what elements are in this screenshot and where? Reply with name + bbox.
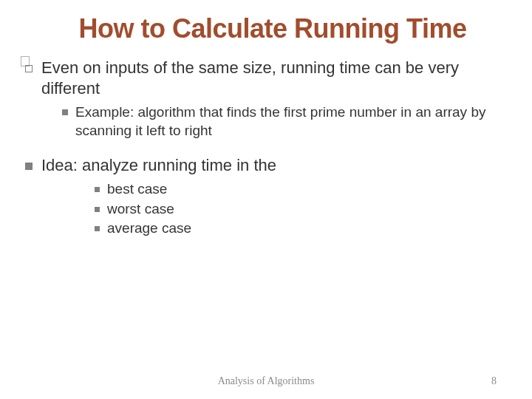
- square-bullet-icon: [25, 163, 33, 170]
- square-bullet-icon: [95, 226, 100, 231]
- page-number: 8: [491, 375, 497, 387]
- bullet-text: Idea: analyze running time in the: [41, 155, 276, 176]
- bullet-level3: average case: [95, 219, 514, 238]
- bullet-level3: best case: [95, 180, 514, 199]
- bullet-level1: Idea: analyze running time in the: [25, 155, 514, 176]
- bullet-text: best case: [107, 180, 167, 199]
- square-bullet-icon: [25, 65, 33, 72]
- bullet-level3: worst case: [95, 200, 514, 219]
- slide-title: How to Calculate Running Time: [31, 13, 514, 44]
- square-bullet-icon: [62, 109, 68, 115]
- bullet-text: Example: algorithm that finds the first …: [75, 103, 514, 140]
- bullet-text: Even on inputs of the same size, running…: [41, 58, 514, 99]
- square-bullet-icon: [95, 187, 100, 192]
- bullet-text: average case: [107, 219, 191, 238]
- bullet-text: worst case: [107, 200, 174, 219]
- slide-body: Even on inputs of the same size, running…: [18, 58, 514, 238]
- footer-text: Analysis of Algorithms: [0, 375, 532, 387]
- bullet-level2: Example: algorithm that finds the first …: [62, 103, 514, 140]
- square-bullet-icon: [95, 207, 100, 212]
- bullet-level1: Even on inputs of the same size, running…: [25, 58, 514, 99]
